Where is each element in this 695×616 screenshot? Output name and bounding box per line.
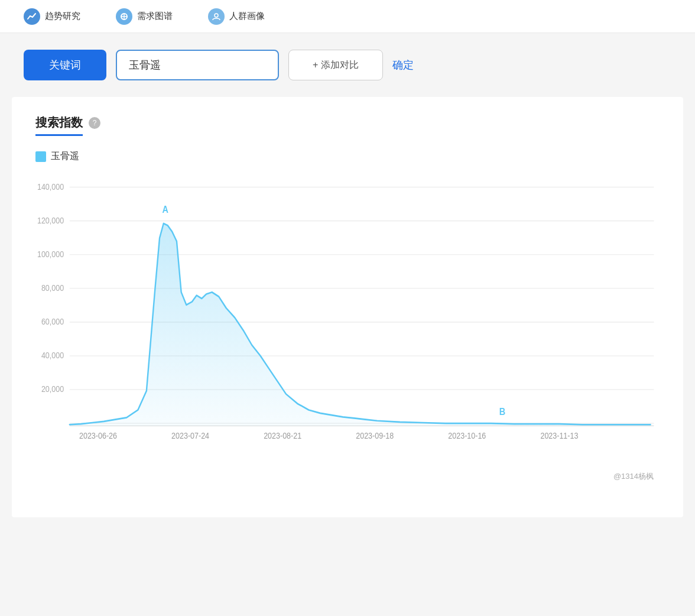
chart-area: 140,000 120,000 100,000 80,000 60,000 40… [35,174,660,505]
svg-text:2023-08-21: 2023-08-21 [264,431,301,440]
section-header: 搜索指数 ? [35,115,660,131]
nav-demand-label: 需求图谱 [137,11,173,22]
svg-text:20,000: 20,000 [41,385,64,394]
portrait-icon [208,8,225,25]
chart-legend: 玉骨遥 [35,150,660,163]
svg-text:2023-11-13: 2023-11-13 [540,431,578,440]
nav-trend[interactable]: 趋势研究 [24,8,80,25]
chart-svg: 140,000 120,000 100,000 80,000 60,000 40… [35,174,660,505]
section-underline [35,134,83,136]
main-keyword-input[interactable] [116,50,279,80]
nav-trend-label: 趋势研究 [45,11,80,22]
legend-color-box [35,151,46,162]
demand-icon [116,8,132,25]
help-icon[interactable]: ? [89,117,100,129]
watermark: @1314杨枫 [613,471,654,482]
svg-text:A: A [162,204,168,215]
nav-portrait[interactable]: 人群画像 [208,8,265,25]
nav-portrait-label: 人群画像 [229,11,265,22]
chart-section: 搜索指数 ? 玉骨遥 140,000 120,000 100,000 80,00… [12,97,683,517]
svg-text:60,000: 60,000 [41,317,64,327]
legend-label: 玉骨遥 [51,150,79,163]
trend-icon [24,8,40,25]
section-title: 搜索指数 [35,115,83,131]
svg-point-3 [215,14,218,17]
svg-text:2023-09-18: 2023-09-18 [356,431,394,440]
nav-demand[interactable]: 需求图谱 [116,8,173,25]
svg-marker-20 [70,223,654,426]
svg-text:80,000: 80,000 [41,283,64,293]
keyword-button[interactable]: 关键词 [24,50,106,80]
add-compare-button[interactable]: + 添加对比 [288,50,383,80]
svg-text:40,000: 40,000 [41,351,64,361]
svg-text:2023-10-16: 2023-10-16 [448,431,486,440]
svg-text:2023-06-26: 2023-06-26 [79,431,117,440]
confirm-button[interactable]: 确定 [392,58,414,72]
svg-text:140,000: 140,000 [37,182,64,192]
svg-text:B: B [499,406,505,417]
top-nav: 趋势研究 需求图谱 人群画像 [0,0,695,33]
svg-text:120,000: 120,000 [37,216,64,225]
svg-text:2023-07-24: 2023-07-24 [171,431,209,440]
search-bar: 关键词 + 添加对比 确定 [0,33,695,97]
svg-text:100,000: 100,000 [37,249,64,259]
